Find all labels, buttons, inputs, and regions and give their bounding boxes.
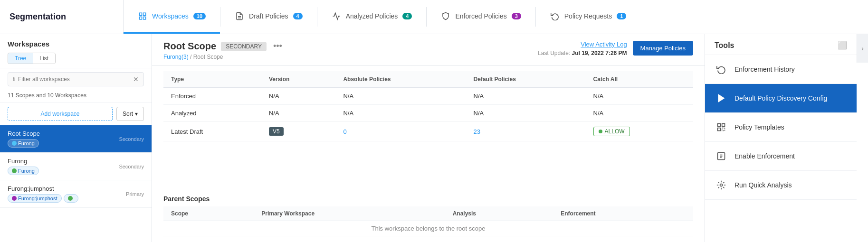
tab-workspaces[interactable]: Workspaces 10 <box>124 0 220 34</box>
tools-panel: Tools ⬜ Enforcement History Default Poli… <box>705 34 857 242</box>
clear-filter-button[interactable]: ✕ <box>133 75 139 83</box>
tool-label-run-quick-analysis: Run Quick Analysis <box>734 181 792 189</box>
last-update: Last Update: Jul 19, 2022 7:26 PM <box>538 50 627 56</box>
play-icon <box>715 92 728 105</box>
chevron-right-icon: › <box>861 45 864 52</box>
workspace-item-furong-jumphost[interactable]: Furong:jumphost Furong:jumphost <box>0 180 152 208</box>
action-bar: Add workspace Sort ▾ <box>0 103 152 125</box>
workspace-item-furong[interactable]: Furong Furong Secondary <box>0 153 152 180</box>
panel-collapse-toggle[interactable]: › <box>857 34 868 63</box>
svg-rect-3 <box>139 17 142 19</box>
view-list-button[interactable]: List <box>33 53 55 64</box>
svg-rect-0 <box>139 13 142 15</box>
workspace-list: Root Scope Furong Secondary Furong <box>0 125 152 242</box>
tool-item-run-quick-analysis[interactable]: Run Quick Analysis <box>705 171 857 200</box>
analyzed-icon <box>332 11 341 21</box>
col-catch-all: Catch All <box>586 71 693 88</box>
parent-scopes-section: Parent Scopes Scope Primary Workspace An… <box>152 189 705 242</box>
breadcrumb-current: Root Scope <box>193 54 223 60</box>
view-activity-log-button[interactable]: View Activity Log <box>581 41 627 48</box>
parent-scopes-table: Scope Primary Workspace Analysis Enforce… <box>163 206 693 236</box>
chevron-down-icon: ▾ <box>135 111 138 117</box>
parent-col-scope: Scope <box>163 206 254 221</box>
row-catchall-enforced: N/A <box>586 88 693 105</box>
tag-icon-purple <box>12 196 17 201</box>
draft-icon <box>235 11 244 21</box>
tools-menu-button[interactable]: ⬜ <box>838 41 847 50</box>
policy-table-container: Type Version Absolute Policies Default P… <box>152 65 705 189</box>
parent-col-primary: Primary Workspace <box>254 206 445 221</box>
row-absolute-draft[interactable]: 0 <box>335 122 466 141</box>
row-default-analyzed: N/A <box>466 105 586 122</box>
view-toggle: Tree List <box>8 53 56 64</box>
tool-label-enforcement-history: Enforcement History <box>734 65 795 73</box>
breadcrumb-parent-link[interactable]: Furong(3) <box>163 54 189 60</box>
table-row-analyzed: Analyzed N/A N/A N/A N/A <box>163 105 693 122</box>
add-workspace-button[interactable]: Add workspace <box>8 107 113 121</box>
col-type: Type <box>163 71 261 88</box>
scope-badge: SECONDARY <box>221 42 267 51</box>
tab-enforced-policies[interactable]: Enforced Policies 3 <box>427 0 535 34</box>
col-absolute: Absolute Policies <box>335 71 466 88</box>
row-type-enforced: Enforced <box>163 88 261 105</box>
history-icon <box>715 63 728 76</box>
row-version-draft: V5 <box>261 122 335 141</box>
col-default: Default Policies <box>466 71 586 88</box>
col-version: Version <box>261 71 335 88</box>
tag-icon-blue <box>12 141 17 146</box>
workspaces-icon <box>138 11 147 21</box>
allow-dot <box>599 130 602 133</box>
svg-marker-6 <box>718 95 724 102</box>
filter-input[interactable] <box>18 76 130 83</box>
tool-item-policy-templates[interactable]: Policy Templates <box>705 113 857 142</box>
tool-item-enforcement-history[interactable]: Enforcement History <box>705 55 857 84</box>
row-default-draft[interactable]: 23 <box>466 122 586 141</box>
row-version-enforced: N/A <box>261 88 335 105</box>
tab-analyzed-policies[interactable]: Analyzed Policies 4 <box>317 0 427 34</box>
sort-button[interactable]: Sort ▾ <box>116 107 144 121</box>
parent-scopes-empty-message: This workspace belongs to the root scope <box>163 221 693 236</box>
analysis-icon <box>715 178 728 192</box>
workspace-tag-furong-2: Furong <box>8 167 39 175</box>
view-tree-button[interactable]: Tree <box>8 53 33 64</box>
scope-name: Root Scope <box>163 41 216 52</box>
row-type-draft: Latest Draft <box>163 122 261 141</box>
tools-title: Tools <box>715 41 734 50</box>
scope-header: Root Scope SECONDARY ••• Furong(3) / Roo… <box>152 34 705 65</box>
workspace-item-root-scope[interactable]: Root Scope Furong Secondary <box>0 125 152 153</box>
tab-policy-requests[interactable]: Policy Requests 1 <box>536 0 641 34</box>
tool-item-enable-enforcement[interactable]: Enable Enforcement <box>705 142 857 171</box>
svg-rect-9 <box>718 128 721 131</box>
workspace-tag-jumphost: Furong:jumphost <box>8 194 62 203</box>
requests-icon <box>550 11 560 21</box>
enforced-icon <box>441 11 450 21</box>
row-type-analyzed: Analyzed <box>163 105 261 122</box>
workspace-tag-jumphost-2 <box>64 194 78 203</box>
scope-title-row: Root Scope SECONDARY ••• <box>163 41 284 52</box>
table-row-latest-draft: Latest Draft V5 0 23 ALLOW <box>163 122 693 141</box>
tool-item-default-policy[interactable]: Default Policy Discovery Config <box>705 84 857 113</box>
templates-icon <box>715 121 728 134</box>
svg-point-11 <box>720 184 723 186</box>
parent-scopes-title: Parent Scopes <box>163 195 693 203</box>
info-icon: ℹ <box>13 76 15 83</box>
svg-rect-1 <box>143 13 146 15</box>
row-catchall-analyzed: N/A <box>586 105 693 122</box>
tools-header: Tools ⬜ <box>705 34 857 55</box>
tool-label-policy-templates: Policy Templates <box>734 123 784 131</box>
row-default-enforced: N/A <box>466 88 586 105</box>
center-content: Root Scope SECONDARY ••• Furong(3) / Roo… <box>152 34 705 242</box>
breadcrumb: Furong(3) / Root Scope <box>163 54 284 60</box>
app-title: Segmentation <box>0 0 124 34</box>
scope-menu-button[interactable]: ••• <box>271 41 284 51</box>
top-navigation: Segmentation Workspaces 10 Draft Policie… <box>0 0 868 34</box>
sidebar-title: Workspaces <box>8 40 144 48</box>
workspace-tag-furong: Furong <box>8 139 39 148</box>
row-absolute-analyzed: N/A <box>335 105 466 122</box>
manage-policies-button[interactable]: Manage Policies <box>633 41 693 56</box>
row-catchall-draft: ALLOW <box>586 122 693 141</box>
row-version-analyzed: N/A <box>261 105 335 122</box>
filter-bar: ℹ ✕ <box>8 72 144 86</box>
svg-rect-7 <box>718 124 721 127</box>
tab-draft-policies[interactable]: Draft Policies 4 <box>220 0 317 34</box>
